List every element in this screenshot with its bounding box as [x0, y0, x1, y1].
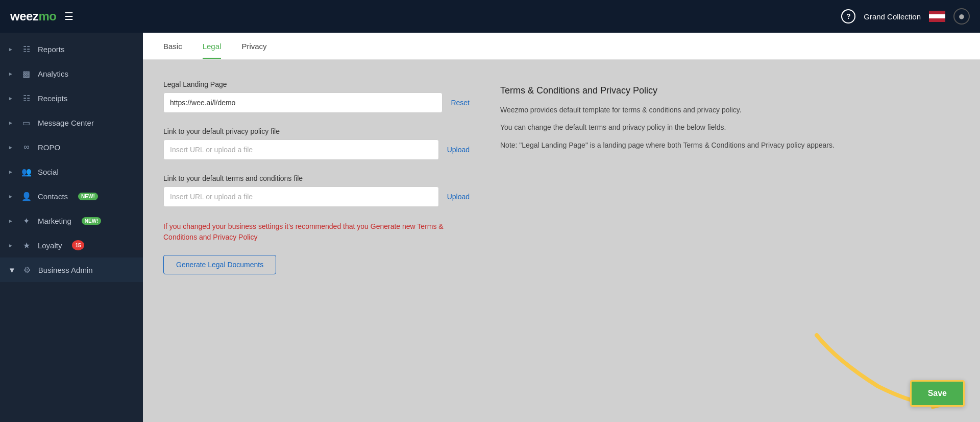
info-paragraph-3: Note: "Legal Landing Page" is a landing … — [500, 139, 960, 151]
terms-upload-link[interactable]: Upload — [447, 193, 470, 201]
sidebar: ► ☷ Reports ► ▩ Analytics ► ☷ Receipts ►… — [0, 33, 143, 422]
sidebar-item-receipts[interactable]: ► ☷ Receipts — [0, 86, 143, 110]
warning-text: If you changed your business settings it… — [163, 221, 470, 243]
hamburger-icon[interactable]: ☰ — [64, 10, 74, 22]
help-icon[interactable]: ? — [841, 9, 855, 24]
sidebar-item-label: Analytics — [38, 69, 68, 78]
sidebar-item-label: Marketing — [38, 217, 71, 225]
tab-privacy[interactable]: Privacy — [241, 33, 266, 59]
logo: weezmo — [10, 9, 56, 24]
gear-icon: ⚙ — [22, 265, 32, 275]
reset-link[interactable]: Reset — [451, 99, 470, 107]
sidebar-item-label: ROPO — [38, 143, 60, 152]
social-icon: 👥 — [21, 167, 32, 177]
generate-legal-docs-button[interactable]: Generate Legal Documents — [163, 255, 276, 274]
info-paragraph-1: Weezmo provides default template for ter… — [500, 104, 960, 115]
privacy-upload-link[interactable]: Upload — [447, 146, 470, 154]
receipts-icon: ☷ — [21, 93, 32, 103]
arrow-icon: ► — [8, 71, 13, 77]
sidebar-item-marketing[interactable]: ► ✦ Marketing NEW! — [0, 208, 143, 233]
sidebar-item-label: Message Center — [38, 119, 94, 127]
terms-conditions-group: Link to your default terms and condition… — [163, 174, 470, 207]
sidebar-item-label: Social — [38, 168, 59, 176]
marketing-icon: ✦ — [21, 216, 32, 226]
sidebar-item-label: Business Admin — [38, 266, 93, 274]
arrow-icon: ► — [8, 194, 13, 199]
legal-landing-page-group: Legal Landing Page Reset — [163, 80, 470, 113]
arrow-icon: ► — [8, 169, 13, 175]
top-navigation: weezmo ☰ ? Grand Collection ● — [0, 0, 980, 33]
info-paragraph-2: You can change the default terms and pri… — [500, 122, 960, 133]
info-title: Terms & Conditions and Privacy Policy — [500, 85, 960, 96]
flag-icon — [929, 11, 945, 22]
privacy-policy-label: Link to your default privacy policy file — [163, 127, 470, 135]
sidebar-item-ropo[interactable]: ► ∞ ROPO — [0, 135, 143, 159]
sidebar-item-reports[interactable]: ► ☷ Reports — [0, 37, 143, 61]
org-name: Grand Collection — [864, 12, 921, 21]
sidebar-item-loyalty[interactable]: ► ★ Loyalty 15 — [0, 233, 143, 257]
sidebar-item-social[interactable]: ► 👥 Social — [0, 159, 143, 184]
arrow-icon: ► — [8, 145, 13, 150]
arrow-icon: ► — [8, 243, 13, 248]
form-content: Legal Landing Page Reset Link to your de… — [143, 60, 980, 295]
sidebar-item-label: Contacts — [38, 192, 68, 201]
terms-conditions-input[interactable] — [163, 186, 439, 207]
count-badge: 15 — [72, 240, 84, 250]
sidebar-item-label: Loyalty — [38, 241, 62, 250]
save-button-area: Save — [910, 380, 965, 407]
privacy-policy-row: Upload — [163, 139, 470, 160]
arrow-icon: ▼ — [8, 266, 16, 274]
loyalty-icon: ★ — [21, 240, 32, 250]
privacy-policy-input[interactable] — [163, 139, 439, 160]
legal-landing-page-input[interactable] — [163, 92, 443, 113]
topnav-right: ? Grand Collection ● — [841, 8, 970, 25]
contacts-icon: 👤 — [21, 191, 32, 201]
tab-bar: Basic Legal Privacy — [143, 33, 980, 60]
reports-icon: ☷ — [21, 44, 32, 54]
sidebar-item-contacts[interactable]: ► 👤 Contacts NEW! — [0, 184, 143, 208]
arrow-icon: ► — [8, 96, 13, 101]
analytics-icon: ▩ — [21, 68, 32, 79]
new-badge: NEW! — [82, 217, 102, 225]
form-right: Terms & Conditions and Privacy Policy We… — [500, 80, 960, 274]
arrow-icon: ► — [8, 46, 13, 52]
sidebar-item-label: Receipts — [38, 94, 67, 103]
message-center-icon: ▭ — [21, 118, 32, 128]
legal-landing-page-label: Legal Landing Page — [163, 80, 470, 88]
main-content: Basic Legal Privacy Legal Landing Page R… — [143, 33, 980, 422]
sidebar-item-business-admin[interactable]: ▼ ⚙ Business Admin — [0, 257, 143, 282]
sidebar-item-message-center[interactable]: ► ▭ Message Center — [0, 110, 143, 135]
user-avatar[interactable]: ● — [953, 8, 970, 25]
ropo-icon: ∞ — [21, 142, 32, 152]
terms-conditions-label: Link to your default terms and condition… — [163, 174, 470, 182]
logo-area: weezmo ☰ — [10, 9, 841, 24]
new-badge: NEW! — [78, 193, 98, 200]
terms-conditions-row: Upload — [163, 186, 470, 207]
save-button[interactable]: Save — [910, 380, 965, 407]
legal-landing-page-row: Reset — [163, 92, 470, 113]
arrow-icon: ► — [8, 218, 13, 224]
sidebar-item-analytics[interactable]: ► ▩ Analytics — [0, 61, 143, 86]
arrow-icon: ► — [8, 120, 13, 126]
privacy-policy-group: Link to your default privacy policy file… — [163, 127, 470, 160]
tab-legal[interactable]: Legal — [203, 33, 222, 59]
sidebar-item-label: Reports — [38, 45, 65, 54]
form-left: Legal Landing Page Reset Link to your de… — [163, 80, 470, 274]
tab-basic[interactable]: Basic — [163, 33, 182, 59]
